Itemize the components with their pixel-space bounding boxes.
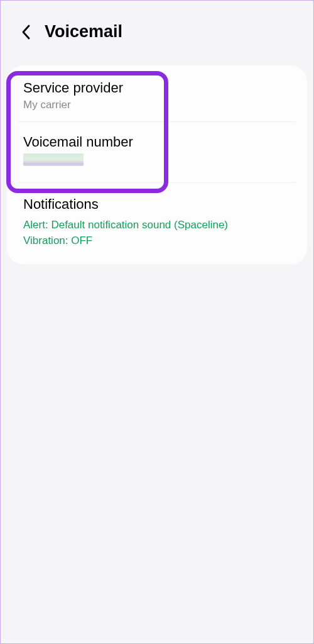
notifications-item[interactable]: Notifications Alert: Default notificatio… — [7, 183, 307, 264]
redacted-value — [23, 153, 84, 166]
item-subtitle: My carrier — [23, 99, 291, 111]
page-header: Voicemail — [1, 1, 313, 58]
item-detail-line1: Alert: Default notification sound (Space… — [23, 217, 291, 233]
service-provider-item[interactable]: Service provider My carrier — [7, 65, 307, 121]
page-title: Voicemail — [45, 22, 122, 42]
voicemail-number-item[interactable]: Voicemail number — [7, 122, 307, 183]
item-detail-line2: Vibration: OFF — [23, 233, 291, 249]
item-title: Service provider — [23, 79, 291, 97]
item-title: Notifications — [23, 196, 291, 214]
item-title: Voicemail number — [23, 133, 291, 152]
settings-card: Service provider My carrier Voicemail nu… — [7, 65, 307, 264]
back-icon[interactable] — [19, 25, 33, 39]
